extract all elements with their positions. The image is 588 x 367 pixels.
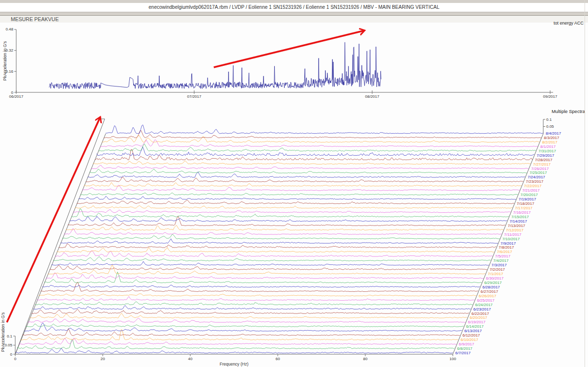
svg-text:7/17/2017: 7/17/2017 xyxy=(515,206,532,210)
svg-text:7/9/2017: 7/9/2017 xyxy=(500,241,516,246)
window-title: enecowindbelgiumlvdp062017A.rbm / LVDP /… xyxy=(148,4,439,10)
svg-text:7/2/2017: 7/2/2017 xyxy=(490,267,505,272)
svg-text:7/11/2017: 7/11/2017 xyxy=(504,232,522,237)
svg-text:7/22/2017: 7/22/2017 xyxy=(524,184,542,188)
svg-text:7/6/2017: 7/6/2017 xyxy=(497,250,513,254)
svg-text:0.05: 0.05 xyxy=(546,124,554,129)
svg-text:7/29/2017: 7/29/2017 xyxy=(537,153,555,158)
svg-text:7/13/2017: 7/13/2017 xyxy=(508,224,526,228)
svg-text:7/21/2017: 7/21/2017 xyxy=(522,188,540,193)
trend-axes xyxy=(14,29,553,94)
title-bar: enecowindbelgiumlvdp062017A.rbm / LVDP /… xyxy=(0,3,588,12)
waterfall-frame xyxy=(15,119,543,354)
svg-text:7/27/2017: 7/27/2017 xyxy=(533,162,551,167)
section-title: MESURE PEAKVUE xyxy=(11,16,59,22)
svg-text:6/26/2017: 6/26/2017 xyxy=(479,294,497,298)
svg-text:7/12/2017: 7/12/2017 xyxy=(506,228,524,232)
svg-text:100: 100 xyxy=(449,357,456,361)
svg-text:8/2/2017: 8/2/2017 xyxy=(542,140,558,144)
svg-text:6/24/2017: 6/24/2017 xyxy=(475,303,493,307)
svg-text:6/29/2017: 6/29/2017 xyxy=(484,281,502,285)
svg-text:06/2017: 06/2017 xyxy=(9,94,24,99)
svg-text:6/20/2017: 6/20/2017 xyxy=(470,315,487,320)
trend-increase-arrow xyxy=(214,30,365,67)
svg-text:7/3/2017: 7/3/2017 xyxy=(492,263,507,267)
svg-text:7/28/2017: 7/28/2017 xyxy=(535,158,553,162)
svg-text:20: 20 xyxy=(101,357,105,361)
svg-text:7/1/2017: 7/1/2017 xyxy=(488,272,503,276)
svg-text:0.1: 0.1 xyxy=(546,117,552,122)
svg-text:6/27/2017: 6/27/2017 xyxy=(481,289,499,294)
svg-text:09/2017: 09/2017 xyxy=(543,94,558,99)
svg-text:6/28/2017: 6/28/2017 xyxy=(482,285,500,289)
svg-text:7/19/2017: 7/19/2017 xyxy=(519,197,536,201)
svg-text:6/13/2017: 6/13/2017 xyxy=(464,329,482,333)
svg-text:7/26/2017: 7/26/2017 xyxy=(531,167,549,171)
svg-text:6/12/2017: 6/12/2017 xyxy=(463,333,480,338)
svg-text:60: 60 xyxy=(276,357,280,361)
svg-text:6/19/2017: 6/19/2017 xyxy=(468,320,486,324)
svg-text:6/10/2017: 6/10/2017 xyxy=(461,338,478,342)
waterfall-traces xyxy=(15,125,543,353)
svg-text:7/5/2017: 7/5/2017 xyxy=(495,254,511,258)
trend-legend-label: tot energy ACC xyxy=(554,21,584,26)
svg-text:7/14/2017: 7/14/2017 xyxy=(509,219,527,224)
toolbar-strip xyxy=(0,12,588,16)
svg-text:8/4/2017: 8/4/2017 xyxy=(546,131,561,136)
svg-text:7/25/2017: 7/25/2017 xyxy=(529,170,547,175)
svg-text:8/1/2017: 8/1/2017 xyxy=(540,144,556,149)
svg-text:6/25/2017: 6/25/2017 xyxy=(477,298,495,303)
svg-text:6/30/2017: 6/30/2017 xyxy=(486,276,504,281)
section-header: MESURE PEAKVUE xyxy=(0,16,588,23)
trend-axis-labels: 00.160.320.4806/201707/201708/201709/201… xyxy=(2,27,558,99)
svg-text:7/24/2017: 7/24/2017 xyxy=(528,175,545,179)
svg-text:0.1: 0.1 xyxy=(7,334,13,339)
svg-text:7/10/2017: 7/10/2017 xyxy=(502,237,520,241)
svg-text:7/15/2017: 7/15/2017 xyxy=(511,215,529,219)
trend-chart[interactable]: 00.160.320.4806/201707/201708/201709/201… xyxy=(0,26,588,104)
svg-text:6/14/2017: 6/14/2017 xyxy=(466,324,484,329)
svg-text:PkAcceleration in G's: PkAcceleration in G's xyxy=(0,312,5,352)
svg-text:PkAcceleration in G's: PkAcceleration in G's xyxy=(2,41,7,81)
svg-text:6/7/2017: 6/7/2017 xyxy=(455,351,471,355)
svg-text:07/2017: 07/2017 xyxy=(187,94,202,99)
waterfall-chart[interactable]: 6/7/20176/8/20176/9/20176/10/20176/12/20… xyxy=(0,104,588,367)
svg-text:0.48: 0.48 xyxy=(5,27,13,31)
svg-text:7/20/2017: 7/20/2017 xyxy=(520,193,538,197)
svg-text:7/18/2017: 7/18/2017 xyxy=(517,201,534,206)
svg-text:08/2017: 08/2017 xyxy=(365,94,380,99)
trend-series xyxy=(49,42,381,89)
svg-text:6/23/2017: 6/23/2017 xyxy=(473,307,491,311)
svg-text:6/8/2017: 6/8/2017 xyxy=(457,346,473,351)
svg-text:7/8/2017: 7/8/2017 xyxy=(499,245,514,250)
svg-text:6/9/2017: 6/9/2017 xyxy=(459,342,474,346)
svg-text:8/3/2017: 8/3/2017 xyxy=(544,136,559,140)
svg-text:Frequency (Hz): Frequency (Hz) xyxy=(220,362,249,367)
svg-text:40: 40 xyxy=(188,357,193,361)
svg-text:0.05: 0.05 xyxy=(4,343,12,347)
waterfall-axes xyxy=(13,119,545,356)
svg-text:7/31/2017: 7/31/2017 xyxy=(538,149,556,153)
svg-text:0: 0 xyxy=(10,352,13,357)
window-right-border xyxy=(585,0,585,367)
svg-text:7/16/2017: 7/16/2017 xyxy=(513,210,531,215)
svg-text:0: 0 xyxy=(14,357,17,361)
svg-text:80: 80 xyxy=(363,357,368,361)
svg-text:7/23/2017: 7/23/2017 xyxy=(526,179,544,184)
svg-text:6/22/2017: 6/22/2017 xyxy=(471,311,489,316)
svg-text:7/4/2017: 7/4/2017 xyxy=(493,258,509,263)
